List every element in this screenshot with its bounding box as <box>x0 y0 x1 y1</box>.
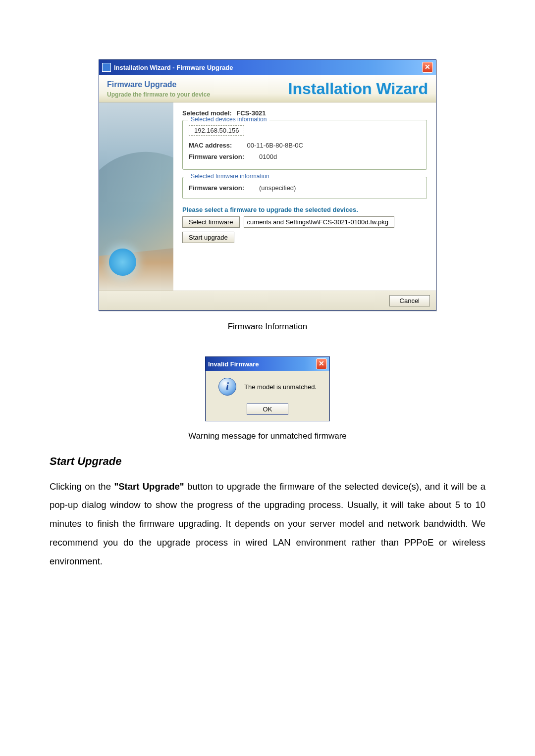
body-paragraph: Clicking on the "Start Upgrade" button t… <box>50 477 485 571</box>
selected-firmware-version-label: Firmware version: <box>189 184 244 192</box>
cancel-button[interactable]: Cancel <box>389 295 430 306</box>
mac-address-value: 00-11-6B-80-8B-0C <box>247 142 303 149</box>
close-icon[interactable]: ✕ <box>316 358 327 369</box>
select-firmware-button[interactable]: Select firmware <box>182 216 240 228</box>
firmware-version-label: Firmware version: <box>189 153 244 160</box>
window-title: Installation Wizard - Firmware Upgrade <box>114 64 233 71</box>
section-heading: Start Upgrade <box>50 455 485 468</box>
dialog-title: Invalid Firmware <box>208 360 316 368</box>
wizard-header: Firmware Upgrade Upgrade the firmware to… <box>99 75 436 102</box>
body-text-bold: "Start Upgrade" <box>114 481 184 492</box>
header-title: Firmware Upgrade <box>107 80 210 89</box>
figure-caption-1: Firmware Information <box>50 322 485 332</box>
app-icon <box>102 63 111 72</box>
install-wizard-window: Installation Wizard - Firmware Upgrade ✕… <box>99 59 436 311</box>
brand-logo-text: Installation Wizard <box>288 80 428 98</box>
firmware-version-value: 0100d <box>259 153 277 160</box>
mac-address-label: MAC address: <box>189 142 232 149</box>
wizard-side-image <box>99 102 173 291</box>
invalid-firmware-dialog: Invalid Firmware ✕ i The model is unmatc… <box>205 356 330 421</box>
info-icon: i <box>218 378 236 396</box>
figure-caption-2: Warning message for unmatched firmware <box>50 431 485 441</box>
ok-button[interactable]: OK <box>247 403 289 415</box>
selected-devices-group-title: Selected devices information <box>188 116 269 123</box>
selected-firmware-group-title: Selected firmware information <box>188 173 272 180</box>
dialog-titlebar: Invalid Firmware ✕ <box>206 357 329 371</box>
start-upgrade-button[interactable]: Start upgrade <box>182 232 234 243</box>
window-titlebar: Installation Wizard - Firmware Upgrade ✕ <box>99 60 436 75</box>
selected-devices-group: Selected devices information 192.168.50.… <box>182 120 427 170</box>
body-text-span: button to upgrade the firmware of the se… <box>50 481 485 567</box>
firmware-path-input[interactable] <box>244 216 394 228</box>
body-text-span: Clicking on the <box>50 481 114 492</box>
wizard-footer: Cancel <box>99 291 436 310</box>
header-subtitle: Upgrade the firmware to your device <box>107 91 210 98</box>
close-icon[interactable]: ✕ <box>422 62 433 73</box>
selected-firmware-version-value: (unspecified) <box>259 184 296 192</box>
upgrade-instruction-text: Please select a firmware to upgrade the … <box>182 206 427 213</box>
dialog-message: The model is unmatched. <box>244 383 317 391</box>
device-ip-tag[interactable]: 192.168.50.156 <box>189 125 244 136</box>
selected-firmware-group: Selected firmware information Firmware v… <box>182 177 427 199</box>
